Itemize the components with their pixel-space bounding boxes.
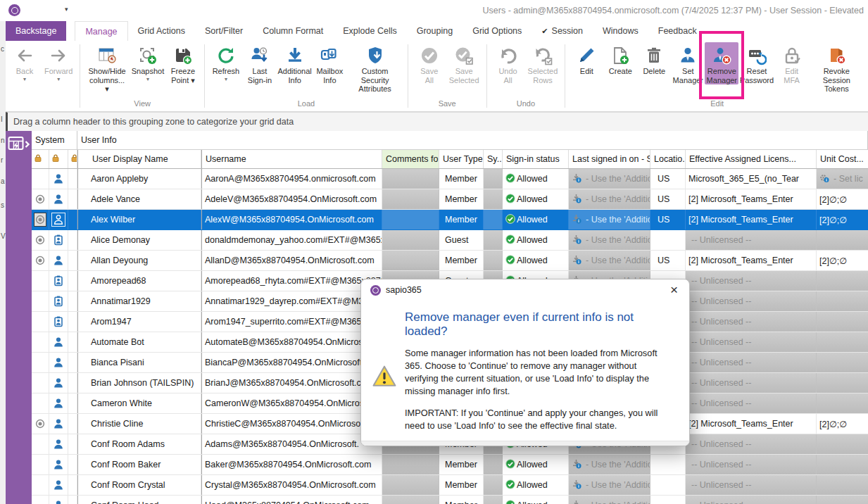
save-selected-button[interactable]: Save Selected — [446, 42, 482, 84]
dialog-paragraph-2: IMPORTANT: If you 'Continue' and apply y… — [405, 407, 672, 432]
tab-label: Sort/Filter — [205, 26, 243, 36]
last-sign-in-button[interactable]: Last Sign-in — [243, 42, 277, 84]
table-row[interactable]: Alex WilberAlexW@M365x88704954.OnMicroso… — [32, 210, 868, 230]
column-header-location[interactable]: Locatio... — [650, 150, 686, 168]
table-row[interactable]: Alice Demonaydonaldmdemonay_yahoo.com#EX… — [32, 230, 868, 251]
snapshot-button[interactable]: Snapshot▾ — [130, 42, 166, 83]
title-bar: ▾ Users - admin@M365x88704954.onmicrosof… — [0, 0, 868, 21]
tab-explode-cells[interactable]: Explode Cells — [333, 21, 406, 41]
cell-last_signed: - Use the 'Additior — [569, 475, 650, 495]
show-hide-columns-button[interactable]: Show/Hide columns... ▾ — [84, 42, 130, 94]
refresh-button[interactable]: Refresh▾ — [209, 42, 243, 83]
tab-manage[interactable]: Manage — [75, 21, 127, 41]
tab-grid-options[interactable]: Grid Options — [463, 21, 532, 41]
button-label: Last Sign-in — [248, 67, 272, 84]
tab-windows[interactable]: Windows — [593, 21, 648, 41]
cell-sy — [484, 475, 503, 495]
tab-session[interactable]: ✔Session — [532, 21, 593, 41]
button-label: Show/Hide columns... ▾ — [87, 67, 127, 94]
edge-letter: n — [1, 137, 5, 144]
cell-display-name: Bianca Pisani — [77, 353, 201, 372]
cell-licenses: [2] Microsoft_Teams_Enter — [686, 251, 817, 270]
table-row[interactable]: Allan DeyoungAllanD@M365x88704954.OnMicr… — [32, 251, 868, 271]
column-header-sys1[interactable] — [32, 150, 49, 168]
cell-licenses: -- Unlicensed -- — [686, 373, 817, 393]
cell-licenses: -- Unlicensed -- — [686, 353, 817, 372]
left-sidebar[interactable] — [6, 131, 32, 504]
cell-user_type: Member — [439, 189, 484, 209]
remove-manager-button[interactable]: Remove Manager — [705, 42, 738, 84]
column-header-signin[interactable]: Sign-in status — [503, 150, 569, 168]
cell-unit_cost — [817, 455, 868, 474]
tab-feedback[interactable]: Feedback — [648, 21, 707, 41]
table-row[interactable]: Conf Room HoodHood@M365x88704954.OnMicro… — [32, 496, 868, 504]
last-signin-hint: - Use the 'Additior — [586, 500, 650, 504]
cell-username: Hood@M365x88704954.OnMicrosoft.com — [201, 496, 382, 504]
column-header-display_name[interactable]: User Display Name — [77, 150, 201, 168]
cell-sys3 — [68, 496, 77, 504]
group-separator — [565, 44, 565, 108]
column-header-last_signed[interactable]: Last signed in on - S... — [569, 150, 650, 168]
info-download-icon — [572, 214, 583, 226]
cell-username: Amorepead68_rhyta.com#EXT#@M365x8870 — [201, 271, 382, 291]
edit-mfa-button[interactable]: Edit MFA — [775, 42, 809, 84]
tab-grid-actions[interactable]: Grid Actions — [128, 21, 195, 41]
cell-username: AllanD@M365x88704954.OnMicrosoft.com — [201, 251, 382, 270]
dropdown-caret-icon: ▾ — [23, 76, 26, 83]
additional-info-button[interactable]: Additional Info — [277, 42, 313, 84]
dialog-paragraph-1: Some manager information has not been lo… — [405, 347, 672, 398]
mailbox-info-button[interactable]: Mailbox Info — [313, 42, 346, 84]
tab-grouping[interactable]: Grouping — [407, 21, 463, 41]
create-button[interactable]: Create — [603, 42, 637, 76]
cell-sys1 — [32, 414, 49, 434]
band-system[interactable]: System — [32, 131, 77, 149]
column-header-comments[interactable]: Comments fo... — [382, 150, 439, 168]
column-header-label: Locatio... — [654, 154, 686, 164]
cell-sys1 — [32, 312, 49, 332]
undo-all-button[interactable]: Undo All — [491, 42, 525, 84]
table-row[interactable]: Aaron ApplebyAaronA@M365x88704954.onmicr… — [32, 169, 868, 189]
column-header-unit_cost[interactable]: Unit Cost... — [817, 150, 868, 168]
column-header-user_type[interactable]: User Type — [439, 150, 484, 168]
cell-unit_cost — [817, 434, 868, 454]
last-signin-icon — [250, 44, 270, 67]
close-icon[interactable]: × — [668, 284, 680, 296]
freeze-point-button[interactable]: Freeze Point ▾ — [166, 42, 200, 84]
save-all-button[interactable]: Save All — [413, 42, 446, 84]
selected-rows-button[interactable]: Selected Rows — [525, 42, 561, 84]
tab-sort-filter[interactable]: Sort/Filter — [195, 21, 253, 41]
forward-button[interactable]: Forward▾ — [42, 42, 75, 83]
dialog-title: sapio365 — [386, 285, 422, 295]
column-header-sys3[interactable]: S — [68, 150, 77, 168]
cell-signin: Allowed — [503, 210, 569, 229]
reset-password-button[interactable]: Reset Password — [738, 42, 774, 84]
cell-licenses: -- Unlicensed -- — [686, 496, 817, 504]
cell-sy — [484, 251, 503, 270]
snapshot-icon — [138, 44, 158, 67]
lock-icon — [70, 153, 77, 165]
band-user-info[interactable]: User Info — [77, 131, 868, 149]
cell-licenses: [2] Microsoft_Teams_Enter — [686, 414, 817, 434]
edit-button[interactable]: Edit — [570, 42, 603, 76]
set-manager-button[interactable]: Set Manager — [671, 42, 705, 84]
tab-column-format[interactable]: Column Format — [253, 21, 333, 41]
tab-label: Grouping — [417, 26, 453, 36]
cell-sys3 — [68, 312, 77, 332]
quick-access-caret-icon[interactable]: ▾ — [65, 6, 68, 13]
delete-button[interactable]: Delete — [637, 42, 671, 76]
table-row[interactable]: Adele VanceAdeleV@M365x88704954.OnMicros… — [32, 189, 868, 210]
arrow-right-icon — [49, 44, 68, 67]
cell-display-name: Allan Deyoung — [77, 251, 201, 270]
custom-security-attributes-button[interactable]: Custom Security Attributes — [346, 42, 403, 94]
table-row[interactable]: Conf Room BakerBaker@M365x88704954.OnMic… — [32, 455, 868, 475]
back-button[interactable]: Back▾ — [8, 42, 42, 83]
column-header-sys2[interactable] — [49, 150, 68, 168]
column-header-licenses[interactable]: Effective Assigned Licens... — [686, 150, 817, 168]
revoke-session-tokens-button[interactable]: Revoke Session Tokens — [809, 42, 864, 94]
tab-backstage[interactable]: Backstage — [6, 21, 66, 41]
column-header-username[interactable]: Username — [201, 150, 382, 168]
table-row[interactable]: Conf Room CrystalCrystal@M365x88704954.O… — [32, 475, 868, 496]
grouping-zone[interactable]: Drag a column header to this grouping zo… — [6, 112, 868, 132]
column-header-sy[interactable]: Sy... — [484, 150, 503, 168]
cell-display-name: Brian Johnson (TAILSPIN) — [77, 373, 201, 393]
